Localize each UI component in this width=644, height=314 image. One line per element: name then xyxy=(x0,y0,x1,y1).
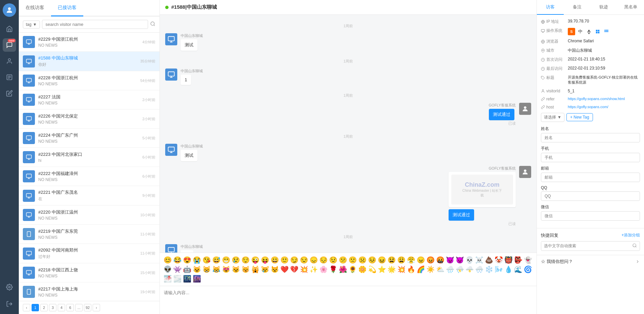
emoji-button[interactable]: 😾 xyxy=(270,265,279,274)
info-tab-blacklist[interactable]: 黑名单 xyxy=(617,0,644,15)
page-next[interactable]: › xyxy=(93,304,100,311)
visitor-list-item[interactable]: #2092 中国河南郑州 过年好 11小时前 xyxy=(19,244,159,263)
emoji-button[interactable]: 😤 xyxy=(407,256,416,264)
emoji-button[interactable]: 😒 xyxy=(300,256,309,264)
visitor-list-item[interactable]: #2227 法国 NO NEWS 2小时前 xyxy=(19,90,159,109)
emoji-button[interactable]: 😜 xyxy=(251,256,260,264)
emoji-button[interactable]: 🌬️ xyxy=(494,265,503,274)
quick-reply-search-input[interactable] xyxy=(541,242,630,250)
emoji-button[interactable]: 🌆 xyxy=(192,274,201,283)
emoji-button[interactable]: 🌹 xyxy=(329,265,338,274)
emoji-button[interactable]: 😡 xyxy=(426,256,435,264)
emoji-button[interactable]: ❄️ xyxy=(485,265,494,274)
emoji-button[interactable]: 😭 xyxy=(192,256,201,264)
visitor-list-item[interactable]: #2223 中国河北张家口 hi 6小时前 xyxy=(19,148,159,167)
emoji-button[interactable]: 😞 xyxy=(309,256,318,264)
qq-input[interactable] xyxy=(541,191,640,201)
emoji-button[interactable]: 💩 xyxy=(485,256,494,264)
emoji-button[interactable]: 😔 xyxy=(319,256,328,264)
visitor-list-item[interactable]: #2217 中国上海上海 NO NEWS 19小时前 xyxy=(19,282,159,301)
visitor-list-item[interactable]: #2220 中国浙江温州 NO NEWS 10小时前 xyxy=(19,206,159,225)
sidebar-item-user[interactable] xyxy=(3,54,16,68)
emoji-button[interactable]: 😀 xyxy=(270,256,279,264)
emoji-button[interactable]: 😠 xyxy=(416,256,425,264)
emoji-button[interactable]: 😽 xyxy=(241,265,250,274)
question-section[interactable]: ☆ 我猜你想问？ xyxy=(537,255,644,268)
emoji-button[interactable]: 😺 xyxy=(192,265,201,274)
emoji-button[interactable]: 😍 xyxy=(183,256,192,264)
emoji-button[interactable]: 💔 xyxy=(290,265,299,274)
emoji-button[interactable]: ✨ xyxy=(309,265,318,274)
emoji-button[interactable]: 🙁 xyxy=(348,256,357,264)
emoji-button[interactable]: 💥 xyxy=(300,265,309,274)
emoji-button[interactable]: ⛈️ xyxy=(455,265,464,274)
emoji-button[interactable]: 🌟 xyxy=(387,265,396,274)
add-group-button[interactable]: +添加分组 xyxy=(622,232,640,238)
emoji-button[interactable]: ☹️ xyxy=(358,256,367,264)
emoji-button[interactable]: 🌊 xyxy=(514,265,523,274)
emoji-button[interactable]: 💀 xyxy=(465,256,474,264)
emoji-button[interactable]: 😌 xyxy=(241,256,250,264)
sidebar-item-chat[interactable]: new xyxy=(3,38,16,52)
visitor-list-item[interactable]: #2221 中国广东茂名 在 9小时前 xyxy=(19,186,159,206)
emoji-button[interactable]: 😫 xyxy=(387,256,396,264)
emoji-button[interactable]: 🌨️ xyxy=(475,265,484,274)
emoji-button[interactable]: ☀️ xyxy=(426,265,435,274)
emoji-button[interactable]: ☠️ xyxy=(475,256,484,264)
visitor-list-item[interactable]: #2222 中国福建漳州 NO NEWS 6小时前 xyxy=(19,167,159,186)
emoji-button[interactable]: 🌩️ xyxy=(465,265,474,274)
emoji-button[interactable]: 😿 xyxy=(261,265,270,274)
emoji-button[interactable]: 🔥 xyxy=(407,265,416,274)
emoji-button[interactable]: ⭐ xyxy=(377,265,386,274)
emoji-button[interactable]: 🤖 xyxy=(183,265,192,274)
emoji-button[interactable]: 😸 xyxy=(202,265,211,274)
new-tag-button[interactable]: + New Tag xyxy=(566,113,593,121)
emoji-button[interactable]: 😣 xyxy=(368,256,377,264)
tab-received[interactable]: 已接访客 xyxy=(51,0,83,16)
emoji-button[interactable]: ❤️ xyxy=(280,265,289,274)
emoji-button[interactable]: 👺 xyxy=(514,256,523,264)
sidebar-item-doc[interactable] xyxy=(3,71,16,84)
quick-reply-search-icon[interactable] xyxy=(630,241,640,251)
emoji-button[interactable]: 😹 xyxy=(212,265,221,274)
emoji-button[interactable]: 👹 xyxy=(504,256,513,264)
emoji-button[interactable]: 🌫️ xyxy=(173,274,182,283)
emoji-button[interactable]: 😝 xyxy=(261,256,270,264)
emoji-button[interactable]: 😼 xyxy=(231,265,240,274)
emoji-button[interactable]: 🌻 xyxy=(348,265,357,274)
sidebar-item-edit[interactable] xyxy=(3,87,16,100)
tag-dropdown[interactable]: 请选择 ▼ xyxy=(541,113,564,122)
emoji-button[interactable]: 😟 xyxy=(329,256,338,264)
emoji-button[interactable]: 🤬 xyxy=(436,256,445,264)
emoji-button[interactable]: 😕 xyxy=(338,256,348,264)
emoji-button[interactable]: 💫 xyxy=(368,265,377,274)
page-3[interactable]: 3 xyxy=(49,304,56,311)
emoji-button[interactable]: 🌃 xyxy=(183,274,192,283)
visitor-list-item[interactable]: #2224 中国广东广州 NO NEWS 5小时前 xyxy=(19,129,159,148)
name-input[interactable] xyxy=(541,133,640,142)
emoji-button[interactable]: 😘 xyxy=(202,256,211,264)
info-tab-track[interactable]: 轨迹 xyxy=(591,0,617,15)
emoji-button[interactable]: 🤡 xyxy=(494,256,503,264)
emoji-button[interactable]: 😏 xyxy=(290,256,299,264)
visitor-list-item[interactable]: #2228 中国浙江杭州 NO NEWS 54分钟前 xyxy=(19,71,159,90)
emoji-button[interactable]: 😩 xyxy=(397,256,406,264)
emoji-button[interactable]: 😁 xyxy=(222,256,231,264)
tab-online[interactable]: 在线访客 xyxy=(19,0,51,16)
emoji-button[interactable]: 🌀 xyxy=(523,265,533,274)
visitor-list-item[interactable]: #2218 中国江西上饶 NO NEWS 15小时前 xyxy=(19,263,159,282)
emoji-button[interactable]: 👾 xyxy=(173,265,182,274)
visitor-list-item[interactable]: #2226 中国河北保定 NO NEWS 2小时前 xyxy=(19,109,159,129)
chat-input[interactable] xyxy=(164,289,533,310)
emoji-button[interactable]: 😖 xyxy=(377,256,386,264)
emoji-button[interactable]: 😈 xyxy=(446,256,455,264)
search-input[interactable] xyxy=(42,20,148,29)
emoji-button[interactable]: 👻 xyxy=(523,256,533,264)
info-tab-notes[interactable]: 备注 xyxy=(564,0,591,15)
email-input[interactable] xyxy=(541,173,640,182)
visitor-list-item[interactable]: #2219 中国广东东莞 NO NEWS 11小时前 xyxy=(19,225,159,244)
sidebar-item-settings[interactable] xyxy=(3,280,16,294)
page-92[interactable]: 92 xyxy=(84,304,91,311)
emoji-button[interactable]: 😊 xyxy=(163,256,172,264)
emoji-button[interactable]: 😅 xyxy=(212,256,221,264)
